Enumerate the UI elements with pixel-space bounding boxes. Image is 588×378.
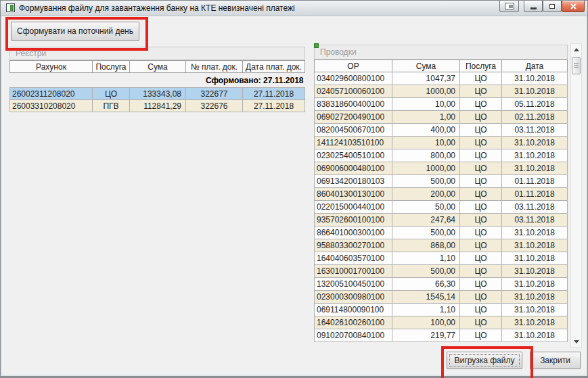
- transaction-service-cell: ЦО: [460, 291, 502, 304]
- transaction-sum-cell: 50,00: [392, 201, 460, 214]
- transaction-row[interactable]: 13200510045010066,30ЦО31.10.2018: [315, 278, 568, 291]
- transaction-row[interactable]: 0690060004801001000,00ЦО31.10.2018: [315, 162, 568, 175]
- scroll-up-icon: [574, 48, 579, 51]
- transaction-service-cell: ЦО: [460, 98, 502, 111]
- transactions-scrollbar[interactable]: [570, 43, 582, 348]
- transaction-date-cell: 03.11.2018: [502, 201, 568, 214]
- transaction-row[interactable]: 091020700840100219,77ЦО31.10.2018: [315, 329, 568, 342]
- transaction-date-cell: 31.10.2018: [502, 239, 568, 252]
- transaction-sum-cell: 1545,14: [392, 291, 460, 304]
- transactions-column-header[interactable]: Сума: [392, 60, 460, 72]
- registry-sum-cell: 133343,08: [130, 88, 186, 100]
- restore-button[interactable]: [543, 1, 562, 12]
- transaction-date-cell: 31.10.2018: [502, 227, 568, 239]
- scroll-down-button[interactable]: [571, 336, 581, 347]
- transaction-row[interactable]: 0690272004901001,00ЦО02.11.2018: [315, 111, 568, 124]
- transaction-op-cell: 069027200490100: [315, 111, 392, 124]
- transaction-row[interactable]: 958803300270100868,00ЦО31.10.2018: [315, 239, 568, 252]
- export-file-button[interactable]: Вигрузка файлу: [447, 352, 522, 369]
- transaction-sum-cell: 10,00: [392, 137, 460, 149]
- transaction-date-cell: 31.10.2018: [502, 265, 568, 278]
- registries-column-header[interactable]: Рахунок: [10, 61, 93, 73]
- transaction-service-cell: ЦО: [460, 85, 502, 98]
- transaction-date-cell: 05.11.2018: [502, 98, 568, 111]
- transaction-date-cell: 01.11.2018: [502, 175, 568, 188]
- transaction-sum-cell: 1000,00: [392, 85, 460, 98]
- window-mode-button[interactable]: [499, 1, 519, 12]
- close-button[interactable]: [562, 1, 585, 12]
- registry-row[interactable]: 26002311208020ЦО133343,0832267727.11.201…: [10, 88, 305, 100]
- transaction-sum-cell: 247,64: [392, 214, 460, 227]
- formed-date-row: Сформовано: 27.11.2018: [10, 73, 305, 88]
- registries-column-header[interactable]: Дата плат. док.: [243, 61, 305, 73]
- transaction-row[interactable]: 0240571000601001000,00ЦО31.10.2018: [315, 85, 568, 98]
- transaction-op-cell: 958803300270100: [315, 239, 392, 252]
- transaction-row[interactable]: 0340296008001001047,37ЦО31.10.2018: [315, 72, 568, 85]
- transaction-date-cell: 31.10.2018: [502, 278, 568, 291]
- transaction-row[interactable]: 082004500670100400,00ЦО03.11.2018: [315, 124, 568, 137]
- transactions-table[interactable]: ОРСумаПослугаДата0340296008001001047,37Ц…: [314, 60, 568, 342]
- transaction-service-cell: ЦО: [460, 72, 502, 85]
- transaction-row[interactable]: 0230003009801001545,14ЦО31.10.2018: [315, 291, 568, 304]
- transaction-row[interactable]: 83831860040010010,00ЦО05.11.2018: [315, 98, 568, 111]
- transactions-header-row: ОРСумаПослугаДата: [315, 60, 568, 72]
- transaction-row[interactable]: 1640406035701001,10ЦО31.10.2018: [315, 252, 568, 265]
- registries-table[interactable]: РахунокПослугаСума№ плат. док.Дата плат.…: [9, 60, 305, 112]
- transaction-sum-cell: 1047,37: [392, 72, 460, 85]
- transaction-sum-cell: 500,00: [392, 227, 460, 239]
- transaction-row[interactable]: 860401300130100200,00ЦО01.11.2018: [315, 188, 568, 201]
- registry-service-cell: ЦО: [93, 88, 130, 100]
- transaction-sum-cell: 200,00: [392, 188, 460, 201]
- transaction-row[interactable]: 023025400510100800,00ЦО31.10.2018: [315, 149, 568, 162]
- close-dialog-button[interactable]: Закрити: [530, 352, 581, 369]
- transaction-row[interactable]: 02201500044010050,00ЦО03.11.2018: [315, 201, 568, 214]
- registries-column-header[interactable]: Сума: [130, 61, 186, 73]
- transaction-sum-cell: 868,00: [392, 239, 460, 252]
- scroll-up-button[interactable]: [571, 44, 581, 55]
- transaction-date-cell: 31.10.2018: [502, 252, 568, 265]
- transaction-row[interactable]: 069134200180103500,00ЦО01.11.2018: [315, 175, 568, 188]
- transaction-service-cell: ЦО: [460, 111, 502, 124]
- transactions-panel-header: Проводки: [314, 45, 568, 60]
- transaction-row[interactable]: 0691148000901001,10ЦО31.10.2018: [315, 304, 568, 316]
- transaction-op-cell: 163010001700100: [315, 265, 392, 278]
- transaction-sum-cell: 1,00: [392, 111, 460, 124]
- close-icon: [570, 3, 576, 9]
- scrollbar-thumb[interactable]: [572, 57, 581, 74]
- transaction-service-cell: ЦО: [460, 162, 502, 175]
- registries-panel: Реєстри РахунокПослугаСума№ плат. док.Да…: [9, 47, 305, 112]
- registries-header-row: РахунокПослугаСума№ плат. док.Дата плат.…: [10, 61, 305, 73]
- transaction-date-cell: 31.10.2018: [502, 149, 568, 162]
- transactions-column-header[interactable]: Послуга: [460, 60, 502, 72]
- transaction-row[interactable]: 164026100260100100,00ЦО31.10.2018: [315, 316, 568, 329]
- transaction-sum-cell: 219,77: [392, 329, 460, 342]
- transaction-sum-cell: 100,00: [392, 316, 460, 329]
- transaction-op-cell: 069006000480100: [315, 162, 392, 175]
- transactions-column-header[interactable]: ОР: [315, 60, 392, 72]
- registries-panel-header: Реєстри: [9, 47, 305, 60]
- transaction-service-cell: ЦО: [460, 149, 502, 162]
- minimize-button[interactable]: [524, 1, 543, 12]
- transaction-date-cell: 03.11.2018: [502, 124, 568, 137]
- registries-column-header[interactable]: Послуга: [93, 61, 130, 73]
- transaction-row[interactable]: 866401000300100500,00ЦО31.10.2018: [315, 227, 568, 239]
- registries-column-header[interactable]: № плат. док.: [186, 61, 243, 73]
- registry-service-cell: ПГВ: [93, 100, 130, 112]
- registry-row[interactable]: 26003310208020ПГВ112841,2932267627.11.20…: [10, 100, 305, 112]
- transaction-row[interactable]: 14112410351010010,00ЦО31.10.2018: [315, 137, 568, 149]
- transaction-op-cell: 022015000440100: [315, 201, 392, 214]
- transactions-column-header[interactable]: Дата: [502, 60, 568, 72]
- transaction-service-cell: ЦО: [460, 214, 502, 227]
- transaction-sum-cell: 10,00: [392, 98, 460, 111]
- generate-today-button[interactable]: Сформувати на поточний день: [11, 22, 139, 41]
- transaction-row[interactable]: 935702600100100247,64ЦО03.11.2018: [315, 214, 568, 227]
- transaction-sum-cell: 1,10: [392, 252, 460, 265]
- transaction-op-cell: 023000300980100: [315, 291, 392, 304]
- transaction-op-cell: 866401000300100: [315, 227, 392, 239]
- transaction-date-cell: 03.11.2018: [502, 214, 568, 227]
- title-bar[interactable]: Формування файлу для завантаження банку …: [1, 1, 587, 16]
- transaction-service-cell: ЦО: [460, 329, 502, 342]
- transaction-date-cell: 31.10.2018: [502, 72, 568, 85]
- transaction-row[interactable]: 163010001700100500,00ЦО31.10.2018: [315, 265, 568, 278]
- transaction-service-cell: ЦО: [460, 265, 502, 278]
